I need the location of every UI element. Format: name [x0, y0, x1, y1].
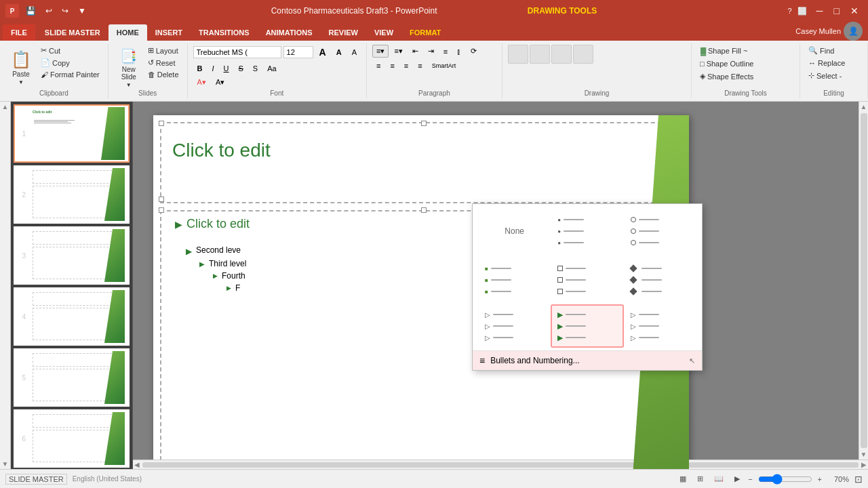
- canvas-scroll-left[interactable]: ◀: [133, 460, 141, 469]
- shape-fill-button[interactable]: ▓ Shape Fill ~: [697, 45, 794, 57]
- canvas-horizontal-scrollbar[interactable]: ◀ ▶: [133, 460, 868, 469]
- underline-button[interactable]: U: [220, 62, 233, 75]
- close-button[interactable]: ✕: [846, 4, 863, 18]
- resize-handle-content-tm[interactable]: [421, 207, 427, 213]
- bullet-arrow-simple-option[interactable]: ▷ ▷ ▷: [478, 304, 551, 348]
- bullet-circle-outline-option[interactable]: [624, 209, 696, 253]
- tab-transitions[interactable]: TRANSITIONS: [191, 24, 258, 41]
- slide-thumb-3[interactable]: 3: [14, 226, 130, 285]
- resize-handle-content-tl[interactable]: [159, 207, 164, 213]
- highlight-button[interactable]: A▾: [212, 76, 229, 89]
- reset-button[interactable]: ↺ Reset: [145, 57, 182, 68]
- line-spacing-button[interactable]: ≡: [439, 45, 452, 58]
- change-case-button[interactable]: Aa: [263, 62, 280, 75]
- bullet-filled-square-option[interactable]: ■ ■ ■: [478, 258, 551, 302]
- decrease-indent-button[interactable]: ⇤: [408, 45, 422, 58]
- copy-button[interactable]: 📄Copy: [38, 57, 102, 68]
- bullet-none-option[interactable]: None: [478, 209, 551, 253]
- undo-button[interactable]: ↩: [43, 5, 55, 17]
- slide-thumb-1[interactable]: 1 Click to edit: [14, 104, 130, 163]
- bullet-diamond-option[interactable]: [624, 258, 696, 302]
- zoom-out-icon[interactable]: −: [748, 475, 752, 483]
- bullet-arrow-filled-option[interactable]: ▶ ▶ ▶: [551, 304, 623, 348]
- slide-thumb-5[interactable]: 5: [14, 348, 130, 407]
- increase-font-button[interactable]: A: [315, 45, 330, 60]
- italic-button[interactable]: I: [208, 62, 218, 75]
- cut-button[interactable]: ✂Cut: [38, 45, 102, 56]
- save-button[interactable]: 💾: [23, 5, 39, 17]
- zoom-slider[interactable]: [758, 474, 812, 485]
- replace-button[interactable]: ↔ Replace: [806, 58, 848, 68]
- new-slide-button[interactable]: 📑 NewSlide ▼: [114, 45, 144, 91]
- redo-button[interactable]: ↪: [59, 5, 71, 17]
- scroll-up-arrow[interactable]: ▲: [1, 102, 10, 112]
- increase-indent-button[interactable]: ⇥: [424, 45, 438, 58]
- bold-button[interactable]: B: [193, 62, 207, 75]
- columns-button[interactable]: ⫿: [453, 45, 465, 58]
- canvas-scroll-down[interactable]: ▼: [859, 449, 868, 460]
- smart-art-button[interactable]: SmartArt: [428, 60, 460, 72]
- shadow-button[interactable]: S: [249, 62, 262, 75]
- vertical-scrollbar-left[interactable]: ▲ ▼: [0, 102, 11, 469]
- view-normal-button[interactable]: ▦: [677, 473, 689, 485]
- numbering-button[interactable]: ≡▾: [390, 45, 406, 58]
- slide-thumb-4[interactable]: 4: [14, 287, 130, 346]
- font-name-input[interactable]: [193, 46, 281, 58]
- tab-animations[interactable]: ANIMATIONS: [258, 24, 321, 41]
- resize-handle-tm[interactable]: [421, 121, 427, 126]
- decrease-font-button[interactable]: A: [332, 46, 346, 58]
- bullet-arrow-outline-option[interactable]: ▷ ▷ ▷: [624, 304, 696, 348]
- canvas-scroll-up[interactable]: ▲: [859, 102, 868, 112]
- restore-window-icon[interactable]: ⬜: [795, 7, 810, 16]
- tab-slide-master[interactable]: SLIDE MASTER: [37, 24, 108, 41]
- text-direction-button[interactable]: ⟳: [467, 45, 481, 58]
- tab-home[interactable]: HOME: [108, 24, 147, 41]
- select-button[interactable]: ⊹ Select -: [806, 70, 848, 81]
- help-icon[interactable]: ?: [787, 7, 791, 15]
- align-center-button[interactable]: ≡: [386, 60, 398, 72]
- shape-effects-button[interactable]: ◈ Shape Effects: [697, 70, 794, 82]
- restore-button[interactable]: □: [830, 4, 844, 18]
- shape-line[interactable]: [551, 45, 572, 64]
- format-painter-button[interactable]: 🖌Format Painter: [38, 69, 102, 80]
- layout-button[interactable]: ⊞ Layout: [145, 45, 182, 56]
- scroll-thumb-vert[interactable]: [861, 113, 867, 448]
- shape-arrow[interactable]: [573, 45, 593, 64]
- canvas-scroll-right[interactable]: ▶: [860, 460, 868, 469]
- delete-button[interactable]: 🗑 Delete: [145, 69, 182, 80]
- bullet-filled-circle-option[interactable]: ● ● ●: [551, 209, 623, 253]
- slide-thumb-2[interactable]: 2: [14, 165, 130, 224]
- font-size-input[interactable]: [283, 46, 313, 58]
- zoom-in-icon[interactable]: +: [818, 475, 822, 483]
- slide-title-box[interactable]: Click to edit: [160, 122, 682, 203]
- tab-file[interactable]: FILE: [3, 24, 35, 41]
- view-slide-sorter-button[interactable]: ⊞: [694, 473, 706, 485]
- tab-review[interactable]: REVIEW: [321, 24, 366, 41]
- resize-handle-bl[interactable]: [159, 197, 164, 202]
- shape-ellipse[interactable]: [530, 45, 550, 64]
- canvas-vertical-scrollbar[interactable]: ▲ ▼: [859, 102, 868, 460]
- fit-to-window-button[interactable]: ⊡: [854, 474, 863, 485]
- align-right-button[interactable]: ≡: [400, 60, 412, 72]
- shape-rectangle[interactable]: [508, 45, 528, 64]
- minimize-button[interactable]: ─: [812, 4, 827, 18]
- strikethrough-button[interactable]: S: [235, 62, 248, 75]
- view-slideshow-button[interactable]: ▶: [732, 473, 743, 485]
- bullets-button[interactable]: ≡▾: [372, 45, 389, 58]
- tab-insert[interactable]: INSERT: [147, 24, 191, 41]
- bullet-square-outline-option[interactable]: [551, 258, 623, 302]
- scroll-thumb-horiz[interactable]: [142, 462, 859, 468]
- clear-format-button[interactable]: A: [348, 46, 361, 58]
- align-left-button[interactable]: ≡: [372, 60, 384, 72]
- paste-button[interactable]: 📋 Paste ▼: [5, 45, 37, 91]
- tab-view[interactable]: VIEW: [366, 24, 401, 41]
- find-button[interactable]: 🔍 Find: [806, 45, 848, 56]
- scroll-down-arrow[interactable]: ▼: [1, 459, 10, 469]
- shape-outline-button[interactable]: □ Shape Outline: [697, 58, 794, 69]
- slide-thumb-6[interactable]: 6: [14, 409, 130, 468]
- view-reading-button[interactable]: 📖: [711, 473, 726, 485]
- font-color-button[interactable]: A▾: [193, 76, 210, 89]
- customize-button[interactable]: ▼: [75, 5, 89, 17]
- tab-format[interactable]: FORMAT: [401, 24, 449, 41]
- justify-button[interactable]: ≡: [414, 60, 426, 72]
